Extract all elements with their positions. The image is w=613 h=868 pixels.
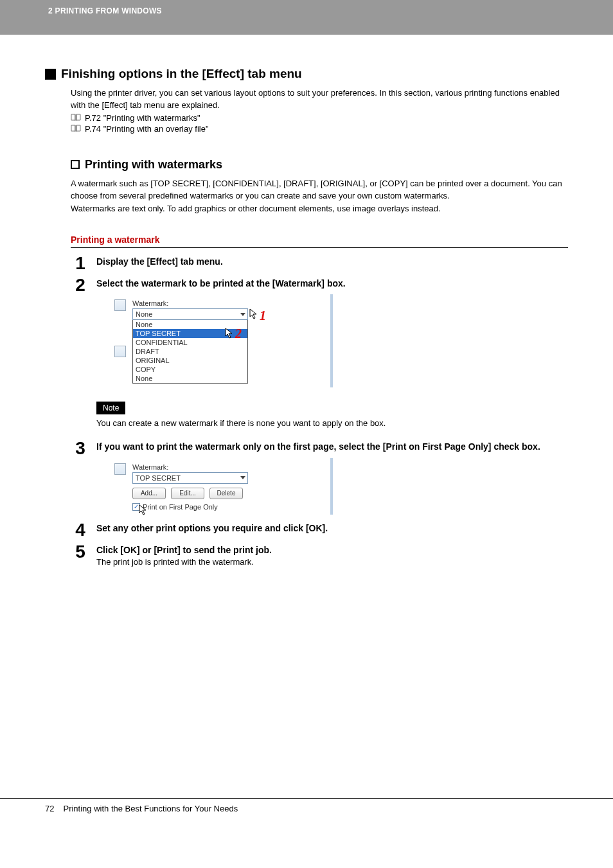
watermark-selected: TOP SECRET [136, 474, 181, 482]
book-icon [71, 125, 81, 132]
callout-number-2: 2 [235, 326, 242, 341]
heading-1-row: Finishing options in the [Effect] tab me… [45, 67, 568, 81]
heading-2: Printing with watermarks [85, 158, 222, 172]
step-body: Set any other print options you require … [96, 521, 568, 534]
checkbox-row: ✓ Print on First Page Only [132, 503, 324, 511]
book-icon [71, 114, 81, 121]
intro-paragraph: Using the printer driver, you can set va… [71, 87, 568, 112]
step-5: 5 Click [OK] or [Print] to send the prin… [73, 543, 568, 567]
step-2: 2 Select the watermark to be printed at … [73, 276, 568, 436]
watermark-select[interactable]: TOP SECRET [132, 472, 248, 484]
step-body: Click [OK] or [Print] to send the print … [96, 543, 568, 567]
page-number: 72 [45, 804, 54, 813]
callout-number-1: 1 [260, 308, 266, 323]
step-subtext: The print job is printed with the waterm… [96, 557, 568, 567]
step-body: Select the watermark to be printed at th… [96, 276, 568, 436]
crossref-2-text: P.74 "Printing with an overlay file" [85, 124, 209, 134]
chevron-down-icon [240, 476, 245, 479]
screenshot-inner: Watermark: TOP SECRET Add... Edit... Del… [109, 458, 330, 515]
group-icon [114, 299, 126, 311]
step-number: 5 [73, 543, 87, 561]
step-number: 4 [73, 521, 87, 539]
note-label: Note [96, 402, 125, 414]
button-row: Add... Edit... Delete [132, 488, 324, 499]
watermark-label: Watermark: [132, 463, 324, 471]
steps-list: 1 Display the [Effect] tab menu. 2 Selec… [73, 254, 568, 567]
step-title: Set any other print options you require … [96, 522, 568, 534]
watermark-option[interactable]: DRAFT [133, 347, 247, 356]
watermark-label: Watermark: [132, 299, 324, 307]
hollow-square-icon [71, 160, 80, 169]
step-title: Select the watermark to be printed at th… [96, 278, 568, 289]
screenshot-first-page-only: Watermark: TOP SECRET Add... Edit... Del… [109, 458, 333, 515]
chevron-down-icon [240, 313, 245, 316]
paragraph-1: A watermark such as [TOP SECRET], [CONFI… [71, 178, 568, 202]
watermark-selected: None [136, 310, 152, 318]
step-number: 2 [73, 276, 87, 294]
step-number: 3 [73, 439, 87, 457]
crossref-1-text: P.72 "Printing with watermarks" [85, 113, 200, 123]
add-button[interactable]: Add... [132, 488, 166, 499]
cursor-icon [249, 308, 258, 320]
cursor-icon [225, 328, 234, 339]
heading-1: Finishing options in the [Effect] tab me… [61, 67, 302, 81]
step-title: If you want to print the watermark only … [96, 441, 568, 452]
watermark-option[interactable]: COPY [133, 365, 247, 374]
step-title: Display the [Effect] tab menu. [96, 256, 568, 267]
page-footer: 72 Printing with the Best Functions for … [0, 798, 613, 839]
footer-title: Printing with the Best Functions for You… [63, 804, 238, 813]
watermark-option[interactable]: None [133, 374, 247, 383]
watermark-select[interactable]: None [132, 308, 248, 320]
watermark-option[interactable]: CONFIDENTIAL [133, 338, 247, 347]
watermark-option[interactable]: ORIGINAL [133, 356, 247, 365]
screenshot-inner: Watermark: None None TOP SECRET CONFIDEN… [109, 294, 330, 387]
paragraph-2: Watermarks are text only. To add graphic… [71, 203, 568, 215]
cursor-icon [139, 504, 148, 516]
step-3: 3 If you want to print the watermark onl… [73, 439, 568, 517]
screenshot-watermark-dropdown: Watermark: None None TOP SECRET CONFIDEN… [109, 294, 333, 387]
page-body: Finishing options in the [Effect] tab me… [0, 35, 613, 567]
step-body: Display the [Effect] tab menu. [96, 254, 568, 267]
crossref-1: P.72 "Printing with watermarks" [71, 113, 568, 123]
note-text: You can create a new watermark if there … [96, 418, 568, 428]
chapter-text: 2 PRINTING FROM WINDOWS [48, 6, 162, 15]
delete-button[interactable]: Delete [209, 488, 243, 499]
group-icon [114, 346, 126, 357]
checkbox-label: Print on First Page Only [143, 503, 218, 511]
heading-3: Printing a watermark [71, 235, 568, 248]
group-icon [114, 463, 126, 475]
square-bullet-icon [45, 69, 56, 80]
step-4: 4 Set any other print options you requir… [73, 521, 568, 539]
step-body: If you want to print the watermark only … [96, 439, 568, 517]
crossref-2: P.74 "Printing with an overlay file" [71, 124, 568, 134]
step-1: 1 Display the [Effect] tab menu. [73, 254, 568, 272]
heading-2-row: Printing with watermarks [71, 158, 568, 172]
step-number: 1 [73, 254, 87, 272]
chapter-header: 2 PRINTING FROM WINDOWS [0, 0, 613, 35]
edit-button[interactable]: Edit... [171, 488, 204, 499]
step-title: Click [OK] or [Print] to send the print … [96, 544, 568, 556]
